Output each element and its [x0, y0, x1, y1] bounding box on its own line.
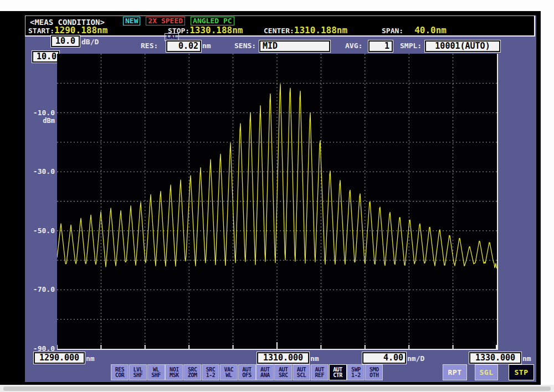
start-value: 1290.188nm: [54, 25, 107, 35]
y-axis-label: -30.0: [26, 167, 55, 176]
center-field: CENTER:1310.188nm: [264, 25, 347, 35]
softkey-aut-ctr[interactable]: AUTCTR: [329, 364, 347, 380]
softkey-noi-msk[interactable]: NOIMSK: [165, 364, 183, 380]
level-scale-box: 10.0: [51, 35, 80, 47]
softkey-aut-ofs[interactable]: AUTOFS: [238, 364, 256, 380]
x-start-unit: nm: [86, 354, 95, 363]
span-label: SPAN:: [382, 27, 403, 35]
status-badge-angled-pc: ANGLED PC: [191, 17, 234, 25]
softkey-aut-scl[interactable]: AUTSCL: [293, 364, 310, 380]
sens-label: SENS:: [234, 42, 256, 50]
softkey-lvl-shf[interactable]: LVLSHF: [129, 364, 147, 380]
meas-condition-bar: <MEAS CONDITION> NEW2X SPEEDANGLED PC ST…: [25, 16, 535, 37]
spectrum-plot: [57, 54, 498, 350]
cal-badge: CAL: [165, 33, 179, 41]
sens-value-box: MID: [259, 40, 330, 52]
ref-level-box: 10.0: [32, 51, 59, 63]
softkey-res-cor[interactable]: RESCOR: [111, 364, 129, 380]
stop-field: STOP:1330.188nm: [168, 25, 243, 35]
start-field: START:1290.188nm: [28, 25, 107, 35]
x-center-box: 1310.000: [257, 352, 309, 364]
horizontal-scrollbar[interactable]: [3, 386, 551, 391]
smpl-label: SMPL:: [400, 42, 422, 50]
softkey-aut-ana[interactable]: AUTANA: [256, 364, 274, 380]
status-badge-2x-speed: 2X SPEED: [146, 17, 185, 25]
softkey-src-zom[interactable]: SRCZOM: [183, 364, 201, 380]
softkey-aut-src[interactable]: AUTSRC: [274, 364, 292, 380]
softkey-smo-oth[interactable]: SMOOTH: [365, 364, 383, 380]
center-value: 1310.188nm: [294, 25, 347, 35]
res-label: RES:: [141, 42, 158, 50]
x-scale-box: 4.00: [362, 352, 406, 364]
res-value-box: 0.02: [166, 40, 201, 52]
softkey-swp-1-2[interactable]: SWP1-2: [347, 364, 365, 380]
x-scale-unit: nm/D: [407, 354, 424, 363]
status-badge-new: NEW: [123, 17, 140, 25]
stop-key[interactable]: STP: [509, 364, 534, 380]
avg-label: AVG:: [345, 42, 362, 50]
y-axis-label: -70.0: [26, 285, 55, 293]
avg-value-box: 1: [368, 40, 393, 52]
softkey-bar: RESCORLVLSHFWLSHFNOIMSKSRCZOMSRC1-2VACWL…: [25, 364, 536, 381]
softkey-vac-wl[interactable]: VACWL: [220, 364, 238, 380]
browser-bottom-strip: [0, 385, 554, 392]
spectrum-graticule: [57, 54, 497, 349]
y-axis-label: -10.0: [26, 109, 55, 117]
instrument-bezel: <MEAS CONDITION> NEW2X SPEEDANGLED PC ST…: [0, 11, 541, 385]
x-stop-unit: nm: [522, 354, 531, 363]
level-scale-unit: dB/D: [81, 38, 99, 46]
repeat-key[interactable]: RPT: [443, 364, 467, 380]
span-field: SPAN:40.0nm: [382, 25, 447, 35]
softkey-src-1-2[interactable]: SRC1-2: [202, 364, 219, 380]
softkey-wl-shf[interactable]: WLSHF: [147, 364, 165, 380]
center-label: CENTER:: [264, 27, 294, 35]
x-center-unit: nm: [310, 354, 319, 363]
y-axis-label: -50.0: [26, 226, 55, 235]
instrument-screen: <MEAS CONDITION> NEW2X SPEEDANGLED PC ST…: [25, 16, 536, 382]
start-label: START:: [28, 27, 54, 35]
stop-value: 1330.188nm: [189, 25, 243, 35]
x-stop-box: 1330.000: [469, 352, 521, 364]
single-key[interactable]: SGL: [475, 364, 498, 380]
page: <MEAS CONDITION> NEW2X SPEEDANGLED PC ST…: [0, 0, 554, 392]
span-value: 40.0nm: [414, 25, 447, 35]
smpl-value-box: 10001(AUTO): [425, 40, 500, 52]
y-axis-label: -90.0: [26, 344, 55, 353]
softkey-aut-ref[interactable]: AUTREF: [311, 364, 329, 380]
sweep-range-row: START:1290.188nmSTOP:1330.188nmCENTER:13…: [25, 25, 534, 35]
x-start-box: 1290.000: [34, 352, 85, 364]
y-axis-unit: dBm: [26, 117, 55, 125]
status-badges: NEW2X SPEEDANGLED PC: [123, 17, 234, 25]
res-unit: nm: [202, 42, 211, 50]
